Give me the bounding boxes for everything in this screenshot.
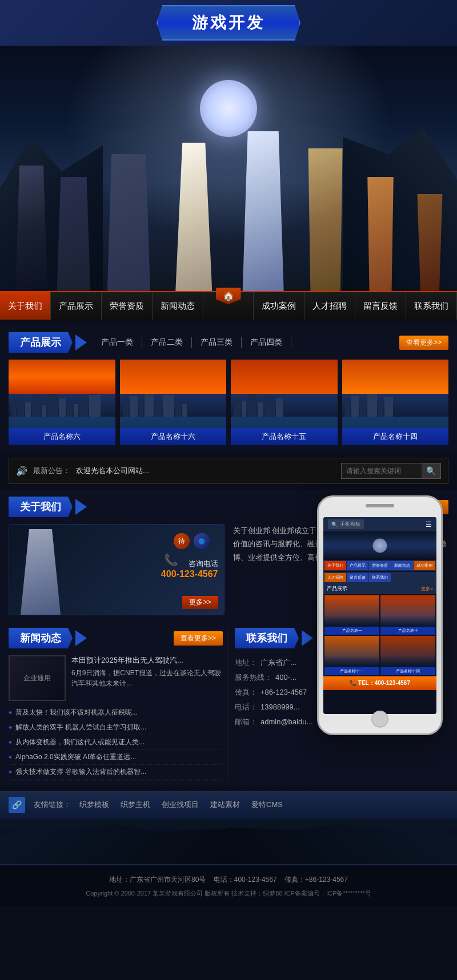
header-title: 游戏开发 (192, 14, 265, 31)
product-nav-2[interactable]: 产品二类 (142, 337, 192, 348)
friends-link-5[interactable]: 爱特CMS (251, 800, 283, 810)
news-item-1[interactable]: 普及太快！我们该不该对机器人征税呢... (9, 705, 223, 720)
nav-item-product[interactable]: 产品展示 (51, 292, 102, 320)
news-item-4-text: AlphaGo 2.0实践突破 AI革命任重道远... (15, 752, 136, 762)
nav-item-honor[interactable]: 荣誉资质 (102, 292, 153, 320)
nav-item-recruit[interactable]: 人才招聘 (304, 292, 355, 320)
product-nav-1[interactable]: 产品一类 (93, 337, 142, 348)
phone-product-name-2: 产品名称十 (380, 627, 435, 635)
news-featured-date: 6月9日消海，据CNET报道，过去在谈论无人驾驶汽车和其他未来计... (71, 668, 223, 688)
news-featured-title[interactable]: 本田预计2025年推出无人驾驶汽... (71, 655, 223, 666)
about-title-group: 关于我们 (9, 497, 87, 517)
hero-figure-4 (171, 143, 217, 291)
news-title-arrow (75, 630, 87, 646)
friends-link-3[interactable]: 创业找项目 (162, 800, 199, 810)
nav-item-cases[interactable]: 成功案例 (254, 292, 304, 320)
footer-address: 地址：广东省广州市天河区80号 (109, 876, 206, 884)
phone-search-icon: 🔍 (331, 522, 338, 527)
nav-item-about[interactable]: 关于我们 (0, 292, 51, 320)
product-title-text: 产品展示 (20, 337, 61, 348)
news-view-more[interactable]: 查看更多>> (174, 631, 223, 646)
phone-nav-grid-2: 人才招聘 留言反馈 联系我们 (323, 572, 436, 583)
contact-address-value: 广东省广... (260, 655, 296, 670)
phone-tel-number: TEL：400-123-4567 (358, 680, 410, 686)
friends-link-1[interactable]: 织梦模板 (79, 800, 109, 810)
phone-nav-cases: 成功案例 (414, 561, 435, 570)
product-card-2[interactable]: 产品名称十六 (120, 360, 227, 445)
news-item-5[interactable]: 强大技术做支撑 谷歌输入法背后的机器智... (9, 765, 223, 780)
hero-figure-6 (304, 148, 347, 291)
about-title-badge: 关于我们 (9, 497, 73, 517)
news-item-4[interactable]: AlphaGo 2.0实践突破 AI革命任重道远... (9, 750, 223, 765)
phone-nav-news: 新闻动态 (391, 561, 413, 570)
contact-hotline-value: 400-... (275, 670, 296, 685)
footer-info: 地址：广东省广州市天河区80号 电话：400-123-4567 传真：+86-1… (9, 874, 448, 886)
search-input[interactable] (342, 465, 422, 477)
friends-link-2[interactable]: 织梦主机 (121, 800, 150, 810)
news-item-2-text: 解放人类的双手 机器人尝试自主学习抓取... (15, 723, 146, 732)
phone-hero-image (323, 531, 436, 560)
phone-nav-contact: 联系我们 (369, 573, 391, 582)
news-title-text: 新闻动态 (20, 632, 61, 644)
about-content-wrapper: 待 🔵 📞 咨询电话 400-123-4567 更多>> 关于创业邦 创业邦 (9, 524, 448, 615)
news-img-text: 企业通用 (23, 674, 51, 683)
hero-figure-8 (414, 194, 446, 291)
nav-item-contact[interactable]: 联系我们 (406, 292, 457, 320)
news-item-3-text: 从内体变机器，我们这代人或能见证人类... (15, 737, 145, 747)
news-item-1-text: 普及太快！我们该不该对机器人征税呢... (15, 708, 138, 717)
contact-phone-label: 电话： (235, 700, 257, 715)
phone-tel-icon: 📞 (350, 680, 358, 686)
product-label-4: 产品名称十四 (342, 428, 449, 445)
about-left-card: 待 🔵 📞 咨询电话 400-123-4567 更多>> (9, 524, 225, 615)
phone-screen-header: 🔍 手机模板 ☰ (323, 517, 436, 531)
announce-icon: 🔊 (16, 466, 27, 477)
nav-item-home[interactable]: 🏠 (203, 292, 254, 320)
product-section: 产品展示 产品一类 产品二类 产品三类 产品四类 查看更多>> (0, 325, 457, 452)
nav-item-news[interactable]: 新闻动态 (153, 292, 203, 320)
header-banner: 游戏开发 (0, 0, 457, 46)
friends-link-4[interactable]: 建站素材 (210, 800, 240, 810)
footer-mountains (0, 818, 457, 864)
nav-item-feedback[interactable]: 留言反馈 (355, 292, 406, 320)
phone-product-1: 产品名称一 (324, 595, 379, 635)
home-icon-badge[interactable]: 🏠 (216, 288, 241, 304)
hero-figure-5 (238, 131, 289, 291)
news-item-3[interactable]: 从内体变机器，我们这代人或能见证人类... (9, 735, 223, 750)
main-nav: 关于我们 产品展示 荣誉资质 新闻动态 🏠 成功案例 人才招聘 留言反馈 联系我… (0, 291, 457, 320)
contact-fax-label: 传真： (235, 685, 257, 700)
search-box: 🔍 (341, 463, 441, 479)
product-nav-4[interactable]: 产品四类 (242, 337, 291, 348)
announcement-bar: 🔊 最新公告： 欢迎光临本公司网站... 🔍 (9, 458, 448, 484)
phone-nav-grid: 关于我们 产品展示 荣誉资质 新闻动态 成功案例 (323, 560, 436, 571)
divider-1 (0, 320, 457, 325)
hero-figure-3 (107, 154, 150, 291)
search-button[interactable]: 🔍 (422, 463, 440, 478)
news-title-group: 新闻动态 (9, 628, 87, 648)
product-card-3[interactable]: 产品名称十五 (231, 360, 338, 445)
phone-product-name-1: 产品名称一 (324, 627, 379, 635)
product-grid: 产品名称六 产品名称十六 (9, 360, 448, 445)
product-view-more[interactable]: 查看更多>> (399, 336, 448, 350)
phone-search-text: 手机模板 (340, 521, 360, 528)
phone-product-img-3 (324, 636, 379, 667)
phone-search-bar: 🔍 手机模板 (328, 519, 364, 529)
contact-title-arrow (302, 630, 313, 646)
friends-links: 织梦模板 织梦主机 创业找项目 建站素材 爱特CMS (79, 800, 283, 810)
product-nav-3[interactable]: 产品三类 (192, 337, 242, 348)
phone-product-name-4: 产品名称十四 (380, 667, 435, 675)
announce-label: 最新公告： (33, 466, 70, 476)
product-card-1[interactable]: 产品名称六 (9, 360, 115, 445)
hero-figure-1 (11, 166, 51, 291)
product-img-1 (9, 360, 115, 428)
about-more-link[interactable]: 更多>> (182, 596, 218, 609)
footer: 地址：广东省广州市天河区80号 电话：400-123-4567 传真：+86-1… (0, 864, 457, 906)
consult-title: 咨询电话 (161, 559, 218, 569)
hero-background (0, 46, 457, 291)
phone-nav-recruit: 人才招聘 (324, 573, 346, 582)
phone-home-button (371, 711, 388, 728)
phone-product-more: 更多> (421, 586, 433, 592)
product-card-4[interactable]: 产品名称十四 (342, 360, 449, 445)
news-item-2[interactable]: 解放人类的双手 机器人尝试自主学习抓取... (9, 720, 223, 735)
friends-label: 友情链接： (34, 800, 71, 810)
product-label-2: 产品名称十六 (120, 428, 227, 445)
